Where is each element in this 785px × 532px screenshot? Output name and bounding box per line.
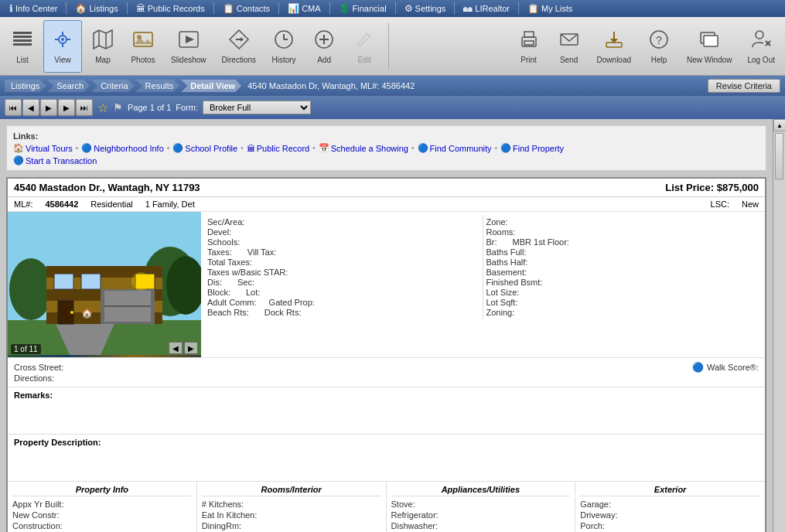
schools-field: Schools: [207, 237, 480, 247]
toolbar-send-button[interactable]: Send [550, 20, 589, 73]
link-school-profile[interactable]: 🔵 School Profile [172, 143, 237, 153]
link-separator: • [76, 144, 79, 152]
toolbar-history-button[interactable]: History [265, 20, 303, 73]
photo-prev-button[interactable]: ◀ [169, 342, 183, 354]
link-virtual-tours[interactable]: 🏠 Virtual Tours [13, 143, 73, 153]
link-schedule-showing[interactable]: 📅 Schedule a Showing [319, 143, 408, 153]
kitchens-row: # Kitchens: [202, 500, 381, 509]
school-profile-label: School Profile [185, 144, 237, 153]
svg-marker-15 [134, 38, 152, 44]
nav-info-center-label: Info Center [15, 4, 57, 13]
link-find-community[interactable]: 🔵 Find Community [418, 143, 492, 153]
toolbar-map-button[interactable]: Map [84, 20, 122, 73]
toolbar-separator [388, 23, 389, 70]
nav-info-center[interactable]: ℹ Info Center [3, 2, 63, 15]
toolbar-view-button[interactable]: View [43, 20, 82, 73]
nav-settings-label: Settings [415, 4, 446, 13]
play-button[interactable]: ▶ [40, 99, 57, 116]
svg-rect-2 [13, 39, 32, 42]
link-separator: • [312, 144, 316, 152]
scroll-up-button[interactable]: ▲ [773, 119, 785, 131]
toolbar-print-button[interactable]: Print [510, 20, 548, 73]
breadcrumb-detail-view[interactable]: Detail View [181, 80, 241, 92]
zoning-label: Zoning: [486, 308, 515, 317]
scroll-thumb[interactable] [775, 133, 783, 179]
nav-cma[interactable]: 📊 CMA [282, 2, 326, 15]
stove-row: Stove: [391, 500, 571, 509]
listing-body: 🏠 1 of 11 ◀ ▶ Sec/Area: [8, 212, 765, 357]
photo-next-button[interactable]: ▶ [184, 342, 198, 354]
listing-card: 4540 Mastadon Dr., Wantagh, NY 11793 Lis… [6, 177, 766, 532]
toolbar-new-window-button[interactable]: New Window [680, 20, 739, 73]
toolbar-edit-button[interactable]: Edit [345, 20, 384, 73]
prev-page-button[interactable]: ◀ [22, 99, 39, 116]
favorite-button[interactable]: ☆ [97, 101, 108, 115]
start-transaction-label: Start a Transaction [26, 156, 97, 165]
toolbar-list-button[interactable]: List [3, 20, 42, 73]
nav-public-records[interactable]: 🏛 Public Records [130, 2, 211, 15]
find-property-icon: 🔵 [500, 143, 511, 153]
form-select[interactable]: Broker Full Public Short [203, 101, 311, 114]
nav-financial[interactable]: 💲 Financial [333, 2, 393, 15]
scroll-track-area[interactable] [773, 181, 785, 532]
nav-contacts-label: Contacts [237, 4, 270, 13]
last-page-button[interactable]: ⏭ [76, 99, 93, 116]
toolbar-directions-button[interactable]: Directions [215, 20, 263, 73]
main-content: Links: 🏠 Virtual Tours • 🔵 Neighborhood … [0, 119, 773, 532]
svg-rect-52 [54, 274, 73, 289]
nav-my-lists[interactable]: 📋 My Lists [521, 2, 579, 15]
nav-settings[interactable]: ⚙ Settings [398, 2, 452, 15]
links-row: 🏠 Virtual Tours • 🔵 Neighborhood Info • … [13, 143, 759, 153]
svg-rect-38 [704, 36, 718, 46]
cross-street-row: Cross Street: 🔵 Walk Score®: [14, 362, 759, 373]
toolbar-logout-button[interactable]: Log Out [740, 20, 782, 73]
toolbar-add-button[interactable]: Add [305, 20, 343, 73]
detail-left: Sec/Area: Devel: Schools: [204, 215, 483, 319]
breadcrumb-search[interactable]: Search [47, 80, 90, 92]
revise-criteria-button[interactable]: Revise Criteria [708, 79, 780, 93]
breadcrumb-results[interactable]: Results [136, 80, 180, 92]
link-public-record[interactable]: 🏛 Public Record [247, 144, 309, 153]
link-neighborhood-info[interactable]: 🔵 Neighborhood Info [81, 143, 164, 153]
nav-public-records-label: Public Records [148, 4, 205, 13]
settings-icon: ⚙ [404, 3, 413, 14]
flag-button[interactable]: ⚑ [113, 101, 123, 114]
photo-controls: ◀ ▶ [169, 342, 198, 354]
toolbar-slideshow-button[interactable]: Slideshow [164, 20, 213, 73]
link-separator: • [241, 144, 244, 152]
main-scroll-container: Links: 🏠 Virtual Tours • 🔵 Neighborhood … [0, 119, 785, 532]
controls-bar: ⏮ ◀ ▶ ▶ ⏭ ☆ ⚑ Page 1 of 1 Form: Broker F… [0, 96, 785, 119]
slideshow-icon [178, 29, 200, 53]
toolbar-photos-button[interactable]: Photos [124, 20, 162, 73]
nav-lirealtor[interactable]: 🏘 LIRealtor [457, 2, 516, 15]
directions-icon [228, 29, 250, 53]
listing-photo[interactable]: 🏠 1 of 11 ◀ ▶ [8, 212, 201, 357]
svg-point-45 [9, 258, 53, 320]
toolbar: List View Map Photos Slideshow Direction… [0, 17, 785, 76]
nav-contacts[interactable]: 📋 Contacts [217, 2, 276, 15]
toolbar-download-button[interactable]: Download [590, 20, 638, 73]
link-find-property[interactable]: 🔵 Find Property [500, 143, 564, 153]
scrollbar[interactable]: ▲ ▼ [773, 119, 785, 532]
history-button-label: History [272, 56, 296, 64]
next-page-button[interactable]: ▶ [58, 99, 75, 116]
toolbar-help-button[interactable]: ? Help [640, 20, 678, 73]
svg-point-59 [70, 311, 73, 314]
link-start-transaction[interactable]: 🔵 Start a Transaction [13, 155, 759, 165]
dock-rts-label: Dock Rts: [265, 308, 302, 317]
find-property-label: Find Property [513, 144, 564, 153]
taxes-star-label: Taxes w/Basic STAR: [207, 268, 288, 277]
breadcrumb-listings[interactable]: Listings [5, 80, 46, 92]
breadcrumb-criteria[interactable]: Criteria [91, 80, 134, 92]
new-window-button-label: New Window [687, 56, 732, 64]
page-info: Page 1 of 1 [128, 103, 171, 112]
first-page-button[interactable]: ⏮ [5, 99, 22, 116]
svg-rect-29 [524, 32, 534, 37]
lot-size-label: Lot Size: [486, 288, 520, 297]
listing-header: 4540 Mastadon Dr., Wantagh, NY 11793 Lis… [8, 179, 765, 197]
community-icon: 🔵 [418, 143, 428, 153]
add-button-label: Add [317, 56, 331, 64]
br-field: Br: MBR 1st Floor: [486, 237, 759, 247]
nav-listings[interactable]: 🏠 Listings [69, 2, 124, 15]
logout-button-label: Log Out [747, 56, 775, 64]
